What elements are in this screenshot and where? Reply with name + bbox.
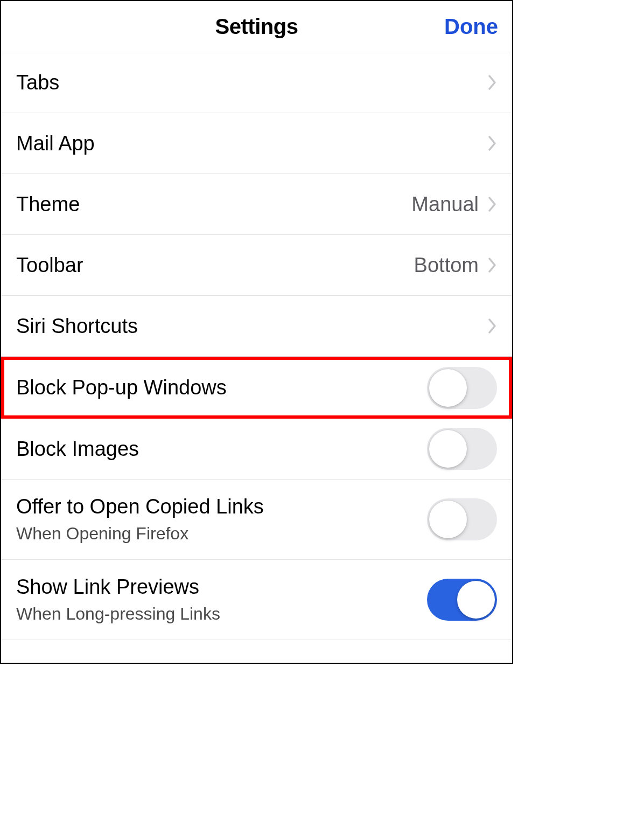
- row-label: Block Images: [16, 438, 139, 461]
- row-label: Block Pop-up Windows: [16, 376, 227, 399]
- toggle-block-popups[interactable]: [427, 367, 497, 409]
- chevron-right-icon: [488, 136, 497, 151]
- row-theme[interactable]: Theme Manual: [1, 174, 512, 235]
- row-label: Offer to Open Copied Links: [16, 495, 264, 518]
- toggle-knob: [429, 369, 467, 407]
- toggle-knob: [429, 430, 467, 468]
- toggle-link-previews[interactable]: [427, 579, 497, 621]
- row-label: Toolbar: [16, 254, 83, 277]
- row-copied-links[interactable]: Offer to Open Copied Links When Opening …: [1, 480, 512, 560]
- row-label: Tabs: [16, 71, 59, 94]
- row-label: Siri Shortcuts: [16, 315, 138, 338]
- row-sublabel: When Long-pressing Links: [16, 604, 220, 624]
- row-link-previews[interactable]: Show Link Previews When Long-pressing Li…: [1, 560, 512, 640]
- row-label: Theme: [16, 193, 80, 216]
- chevron-right-icon: [488, 197, 497, 212]
- toggle-knob: [429, 501, 467, 538]
- row-label: Show Link Previews: [16, 575, 220, 599]
- chevron-right-icon: [488, 258, 497, 273]
- toggle-knob: [457, 581, 495, 619]
- page-title: Settings: [215, 15, 298, 39]
- row-mail-app[interactable]: Mail App: [1, 113, 512, 174]
- row-toolbar[interactable]: Toolbar Bottom: [1, 235, 512, 296]
- row-siri-shortcuts[interactable]: Siri Shortcuts: [1, 296, 512, 357]
- toggle-block-images[interactable]: [427, 428, 497, 470]
- chevron-right-icon: [488, 75, 497, 90]
- row-value: Manual: [411, 193, 479, 216]
- row-block-images[interactable]: Block Images: [1, 419, 512, 480]
- done-button[interactable]: Done: [444, 15, 498, 39]
- row-tabs[interactable]: Tabs: [1, 52, 512, 113]
- row-block-popups[interactable]: Block Pop-up Windows: [1, 357, 512, 419]
- settings-list: Tabs Mail App Theme Manual Toolbar Botto…: [1, 52, 512, 640]
- chevron-right-icon: [488, 318, 497, 334]
- header: Settings Done: [1, 1, 512, 52]
- row-label: Mail App: [16, 132, 95, 155]
- row-sublabel: When Opening Firefox: [16, 524, 264, 544]
- toggle-copied-links[interactable]: [427, 498, 497, 540]
- row-value: Bottom: [414, 254, 479, 277]
